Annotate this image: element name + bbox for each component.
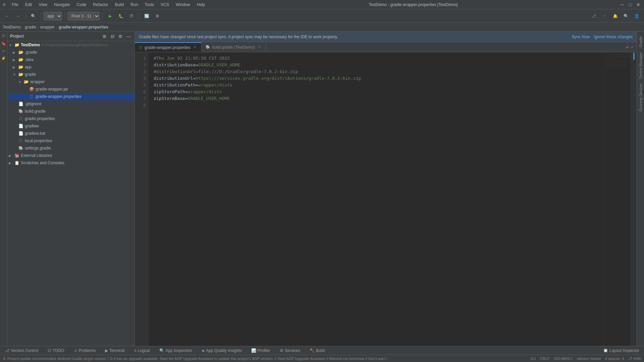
tree-item-wrapper-props[interactable]: 🗒 gradle-wrapper.properties: [7, 93, 135, 100]
menu-tools[interactable]: Tools: [143, 2, 156, 8]
menu-window[interactable]: Window: [174, 2, 192, 8]
line-num-1: 1: [135, 55, 146, 62]
structure-icon[interactable]: ≡: [0, 48, 7, 54]
editor-pencil-icon[interactable]: ✏: [626, 45, 629, 50]
tab-gradle-wrapper-properties[interactable]: 🗒 gradle-wrapper.properties ✕: [135, 42, 202, 52]
line-num-3: 3: [135, 68, 146, 75]
breadcrumb-item-2[interactable]: wrapper: [40, 25, 54, 29]
scratches-icon: 📋: [14, 160, 19, 166]
code-container: 1 2 3 4 5 6 7 8 #Thu Jun 02 21:05:50 CST…: [135, 52, 637, 346]
ignore-link[interactable]: Ignore these changes: [594, 35, 633, 39]
tool-problems[interactable]: ⚠ Problems: [72, 348, 98, 354]
sync-now-link[interactable]: Sync Now: [572, 35, 590, 39]
logcat-icon: ≡: [134, 348, 137, 353]
close-button[interactable]: ✕: [635, 2, 641, 8]
tool-todo[interactable]: ☑ TODO: [46, 348, 66, 354]
status-charset[interactable]: ISO-8859-1: [554, 357, 573, 361]
tool-profiler[interactable]: 📊 Profiler: [249, 348, 272, 354]
tree-item-app[interactable]: ▶ 📂 app: [7, 63, 135, 71]
menu-code[interactable]: Code: [75, 2, 89, 8]
menu-file[interactable]: File: [10, 2, 20, 8]
menu-refactor[interactable]: Refactor: [91, 2, 110, 8]
tool-app-quality[interactable]: ◈ App Quality Insights: [200, 348, 244, 354]
debug-button[interactable]: 🐛: [116, 11, 125, 21]
avatar-button[interactable]: 👤: [632, 11, 641, 21]
forward-button[interactable]: →: [13, 11, 23, 21]
tree-item-wrapper-jar[interactable]: 📦 gradle-wrapper.jar: [7, 85, 135, 93]
tab-build-gradle[interactable]: 🐘 build.gradle (TestDemo) ✕: [202, 42, 266, 52]
tree-item-local-props[interactable]: 🗒 local.properties: [7, 137, 135, 144]
run-config-select[interactable]: app: [44, 12, 62, 20]
code-line-5: distributionPath=wrapper/dists: [154, 82, 598, 88]
back-button[interactable]: ←: [3, 11, 12, 21]
breadcrumb-item-1[interactable]: gradle: [25, 25, 36, 29]
tree-item-idea[interactable]: ▶ 📂 .idea: [7, 56, 135, 63]
status-position[interactable]: 8:1: [531, 357, 536, 361]
tree-item-scratches[interactable]: ▶ 📋 Scratches and Consoles: [7, 159, 135, 167]
sidebar-hide-button[interactable]: —: [125, 33, 132, 40]
right-tab-gradle[interactable]: Gradle: [638, 34, 644, 49]
tree-arrow-root: ▼: [9, 43, 14, 47]
sidebar-expand-button[interactable]: ⊞: [101, 33, 108, 40]
git-button[interactable]: ⎇: [589, 11, 598, 21]
menu-edit[interactable]: Edit: [23, 2, 34, 8]
tree-item-gradle-hidden[interactable]: ▶ 📂 .gradle: [7, 49, 135, 56]
menu-run[interactable]: Run: [128, 2, 140, 8]
notifications-button[interactable]: 🔔: [610, 11, 620, 21]
tool-layout-inspector[interactable]: 🔲 Layout Inspector: [601, 348, 641, 354]
sidebar-title: Project: [10, 34, 100, 39]
tree-item-gradlew-bat[interactable]: 📄 gradlew.bat: [7, 130, 135, 137]
tab-close-1[interactable]: ✕: [257, 45, 262, 50]
status-encoding[interactable]: CRLF: [540, 357, 550, 361]
breadcrumb-item-3[interactable]: gradle-wrapper.properties: [59, 25, 108, 29]
menu-help[interactable]: Help: [195, 2, 207, 8]
tool-app-inspection[interactable]: 🔍 App Inspection: [157, 348, 194, 354]
tree-item-gitignore[interactable]: 📄 .gitignore: [7, 100, 135, 108]
sidebar-collapse-button[interactable]: ⊟: [109, 33, 116, 40]
tool-logcat[interactable]: ≡ Logcat: [132, 348, 152, 354]
tree-item-gradlew[interactable]: 📄 gradlew: [7, 122, 135, 130]
tree-item-wrapper[interactable]: ▼ 📂 wrapper: [7, 78, 135, 85]
tree-item-settings-gradle[interactable]: 🐘 settings.gradle: [7, 144, 135, 152]
project-panel-icon[interactable]: P: [0, 33, 7, 40]
minimize-button[interactable]: ─: [619, 2, 625, 8]
right-tab-running-devices[interactable]: Running Devices: [638, 81, 644, 113]
tool-build[interactable]: 🔨 Build: [308, 348, 327, 354]
search-everywhere-button[interactable]: 🔍: [29, 11, 38, 21]
tool-services[interactable]: ⚙ Services: [278, 348, 302, 354]
tab-close-0[interactable]: ✕: [193, 45, 197, 50]
breadcrumb-item-0[interactable]: TestDemo: [3, 25, 21, 29]
device-select[interactable]: Pixel 3 - 11: [68, 12, 100, 20]
run-button[interactable]: ▶: [105, 11, 115, 21]
menu-vcs[interactable]: VCS: [159, 2, 171, 8]
tree-item-gradle[interactable]: ▼ 📂 gradle: [7, 71, 135, 78]
menu-build[interactable]: Build: [113, 2, 126, 8]
tree-item-build-gradle[interactable]: 🐘 build.gradle: [7, 108, 135, 115]
tree-item-external-libs[interactable]: ▶ 📚 External Libraries: [7, 152, 135, 159]
right-tab-device-manager[interactable]: Device Manager: [638, 50, 644, 81]
status-font[interactable]: tabnine Starter: [577, 357, 601, 361]
update-button[interactable]: ↑: [600, 11, 609, 21]
sidebar-settings-button[interactable]: ⚙: [117, 33, 124, 40]
tool-version-control[interactable]: ⎇ Version Control: [3, 348, 40, 354]
editor-check-icon[interactable]: ✓: [631, 45, 634, 50]
maximize-button[interactable]: □: [627, 2, 633, 8]
tree-root[interactable]: ▼ 📁 TestDemo D:\Project\OutsourcingProje…: [7, 41, 135, 49]
profile-button[interactable]: ⏱: [127, 11, 136, 21]
build-variants-icon[interactable]: ⚡: [0, 55, 7, 62]
gitignore-icon: 📄: [18, 101, 23, 107]
tool-terminal[interactable]: ▶ Terminal: [103, 348, 126, 354]
folder-icon-root: 📁: [14, 42, 19, 48]
code-editor[interactable]: #Thu Jun 02 21:05:50 CST 2022 distributi…: [148, 52, 604, 346]
menu-navigate[interactable]: Navigate: [52, 2, 72, 8]
jar-icon: 📦: [29, 86, 34, 92]
status-git[interactable]: ⎇ main: [628, 356, 641, 361]
search-button[interactable]: 🔍: [621, 11, 631, 21]
menu-view[interactable]: View: [37, 2, 49, 8]
app-inspection-icon: 🔍: [159, 348, 164, 353]
tree-item-gradle-props[interactable]: 🗒 gradle.properties: [7, 115, 135, 122]
status-spaces[interactable]: 4 spaces: 4: [605, 357, 624, 361]
settings-button[interactable]: ⚙: [153, 11, 162, 21]
bookmarks-icon[interactable]: 🔖: [0, 40, 7, 47]
sync-button[interactable]: 🔄: [142, 11, 151, 21]
